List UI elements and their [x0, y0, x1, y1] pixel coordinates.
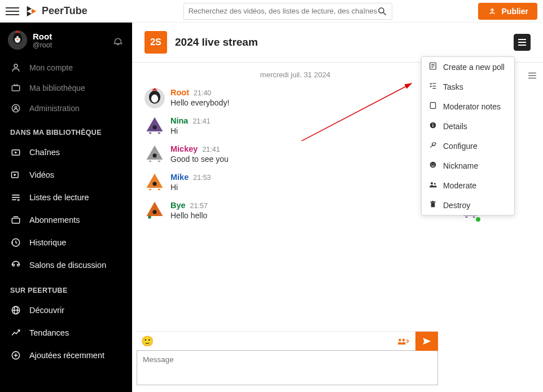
notifications-icon[interactable]: [112, 34, 124, 46]
menu-item-nickname[interactable]: Nickname: [422, 156, 514, 175]
brand-name: PeerTube: [42, 5, 87, 17]
nav-account-item[interactable]: Administration: [0, 98, 132, 118]
nav-on-peertube-item[interactable]: Ajoutées récemment: [0, 344, 132, 367]
nav-library-label: Salons de discussion: [29, 261, 106, 270]
section-library-title: DANS MA BIBLIOTHÈQUE: [0, 118, 132, 141]
svg-point-48: [431, 182, 433, 184]
menu-item-create-a-new-poll[interactable]: Create a new poll: [422, 57, 514, 77]
menu-item-label: Create a new poll: [443, 63, 505, 72]
message-time: 21:41: [202, 146, 220, 153]
svg-point-9: [19, 37, 20, 38]
svg-marker-1: [27, 11, 32, 16]
menu-item-label: Configure: [443, 142, 478, 151]
message-author[interactable]: Root: [170, 88, 189, 97]
search-icon: [377, 6, 387, 16]
svg-rect-51: [430, 201, 435, 202]
info-icon: [428, 121, 437, 131]
nav-library-item[interactable]: Listes de lecture: [0, 186, 132, 209]
smile-icon: [428, 160, 437, 171]
search-box[interactable]: [183, 3, 392, 20]
svg-point-85: [399, 338, 401, 341]
nav-library-label: Listes de lecture: [29, 193, 89, 202]
participants-toggle-button[interactable]: [397, 337, 410, 346]
message-text: Hi: [170, 183, 446, 192]
main-menu-toggle[interactable]: [6, 5, 19, 18]
main-content: 2S 2024 live stream Create a new poll Ta…: [132, 23, 543, 392]
brand-logo[interactable]: PeerTube: [25, 5, 87, 17]
date-separator: mercredi juil. 31 2024: [144, 68, 446, 85]
nav-library-item[interactable]: Historique: [0, 231, 132, 254]
svg-point-65: [152, 210, 156, 214]
message-author[interactable]: Mike: [170, 173, 189, 182]
message-author[interactable]: Nina: [170, 116, 188, 125]
compose-toolbar: 🙂: [137, 331, 438, 350]
nav-library-item[interactable]: Abonnements: [0, 209, 132, 231]
message-time: 21:40: [194, 89, 211, 97]
menu-item-moderator-notes[interactable]: Moderator notes: [422, 96, 514, 116]
message-row: Bye 21:57 Hello hello: [144, 197, 446, 226]
room-actions-menu: Create a new poll Tasks Moderator notes …: [421, 56, 515, 215]
nav-on-peertube-item[interactable]: Découvrir: [0, 299, 132, 321]
message-text: Hello everybody!: [170, 98, 446, 107]
nav-library-label: Chaînes: [29, 148, 60, 157]
menu-item-moderate[interactable]: Moderate: [422, 175, 514, 195]
svg-point-8: [15, 37, 17, 38]
svg-point-59: [152, 125, 156, 129]
message-input[interactable]: [137, 351, 437, 385]
message-row: Nina 21:41 Hi: [144, 113, 446, 141]
emoji-picker-button[interactable]: 🙂: [141, 335, 154, 347]
svg-point-63: [152, 182, 156, 186]
trash-icon: [428, 200, 437, 210]
svg-point-49: [434, 183, 436, 184]
nav-account-item[interactable]: Mon compte: [0, 58, 132, 78]
message-text: Hello hello: [170, 211, 446, 220]
message-author[interactable]: Mickey: [170, 144, 198, 153]
message-author[interactable]: Bye: [170, 201, 186, 210]
svg-marker-17: [15, 151, 17, 153]
svg-point-45: [430, 162, 436, 168]
svg-point-26: [12, 264, 14, 266]
upload-icon: [487, 6, 497, 16]
menu-item-details[interactable]: Details: [422, 116, 514, 136]
nav-library-item[interactable]: Salons de discussion: [0, 254, 132, 276]
svg-rect-44: [432, 125, 433, 127]
send-icon: [422, 336, 432, 346]
nav-account-label: Ma bibliothèque: [29, 83, 85, 93]
wrench-icon: [428, 140, 437, 151]
message-avatar: [144, 173, 165, 193]
publish-button[interactable]: Publier: [478, 3, 537, 20]
svg-point-27: [17, 264, 19, 266]
menu-item-tasks[interactable]: Tasks: [422, 77, 514, 96]
nav-on-peertube-label: Tendances: [29, 328, 69, 337]
search-input[interactable]: [189, 7, 377, 15]
svg-marker-2: [32, 8, 36, 14]
message-time: 21:53: [193, 174, 211, 182]
presence-dot: [476, 217, 480, 222]
svg-point-61: [152, 153, 156, 157]
menu-item-destroy[interactable]: Destroy: [422, 195, 514, 215]
message-row: Mike 21:53 Hi: [144, 169, 446, 197]
svg-marker-0: [27, 6, 32, 11]
menu-item-configure[interactable]: Configure: [422, 136, 514, 156]
message-avatar: [144, 116, 165, 136]
room-badge: 2S: [144, 31, 167, 54]
svg-point-3: [379, 8, 384, 13]
nav-library-item[interactable]: Chaînes: [0, 141, 132, 164]
svg-rect-52: [432, 201, 434, 201]
nav-on-peertube-label: Découvrir: [29, 306, 64, 315]
nav-library-label: Abonnements: [29, 215, 80, 224]
send-button[interactable]: [415, 332, 438, 351]
svg-rect-50: [431, 202, 435, 207]
nav-on-peertube-item[interactable]: Tendances: [0, 321, 132, 344]
nav-library-label: Vidéos: [29, 170, 54, 179]
menu-item-label: Nickname: [443, 161, 478, 170]
peertube-logo-icon: [25, 5, 37, 17]
message-time: 21:41: [192, 117, 210, 125]
sidebar-user[interactable]: Root @root: [0, 23, 132, 58]
svg-point-86: [402, 338, 405, 341]
nav-library-item[interactable]: Vidéos: [0, 164, 132, 186]
nav-account-item[interactable]: Ma bibliothèque: [0, 78, 132, 98]
section-on-peertube-title: SUR PEERTUBE: [0, 276, 132, 299]
message-avatar: [144, 144, 165, 165]
room-menu-button[interactable]: [514, 34, 531, 51]
